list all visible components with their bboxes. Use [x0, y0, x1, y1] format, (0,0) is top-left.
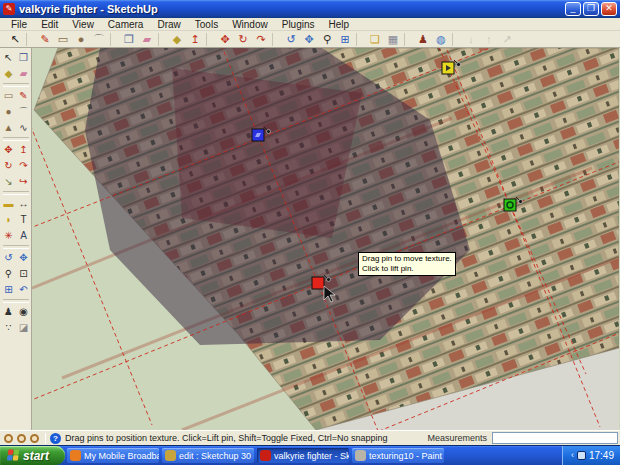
system-tray: ‹ 17:49 [562, 446, 620, 465]
move-tool-icon[interactable]: ✥ [216, 32, 234, 47]
measurements-label: Measurements [427, 433, 487, 443]
start-button[interactable]: start [0, 446, 65, 465]
network-icon[interactable] [577, 451, 586, 460]
toolbar-divider [3, 299, 29, 303]
measurements-input[interactable] [492, 432, 618, 444]
toolbar-divider [206, 33, 213, 46]
scale-tool-icon[interactable]: ↘ [1, 174, 16, 190]
push-pull-tool-icon[interactable]: ↥ [16, 142, 31, 158]
toolbar-divider [158, 33, 165, 46]
move-tool-icon[interactable]: ✥ [1, 142, 16, 158]
arc-tool-icon[interactable]: ⌒ [16, 104, 31, 120]
circle-tool-icon[interactable]: ● [1, 104, 16, 120]
zoom-tool-icon[interactable]: ⚲ [318, 32, 336, 47]
eraser-tool-icon[interactable]: ▰ [138, 32, 156, 47]
taskbar-task[interactable]: edit : Sketchup 30 m... [162, 448, 254, 463]
rotate-tool-icon[interactable]: ↻ [1, 158, 16, 174]
menu-window[interactable]: Window [225, 19, 275, 30]
make-component-tool-icon[interactable]: ❐ [16, 50, 31, 66]
menu-help[interactable]: Help [322, 19, 357, 30]
tooltip-line2: Click to lift pin. [362, 264, 452, 274]
pan-tool-icon[interactable]: ✥ [300, 32, 318, 47]
menu-draw[interactable]: Draw [150, 19, 187, 30]
taskbar-task[interactable]: valkyrie fighter - Sket... [257, 448, 349, 463]
sketchup-icon [260, 450, 271, 461]
orbit-tool-icon[interactable]: ↺ [282, 32, 300, 47]
dimension-tool-icon[interactable]: ↔ [16, 196, 31, 212]
toolbar-divider [3, 83, 29, 87]
freehand-tool-icon[interactable]: ∿ [16, 120, 31, 136]
close-button[interactable]: ✕ [601, 2, 617, 16]
status-bar: ? Drag pins to position texture. Click=L… [0, 430, 620, 445]
viewport-canvas[interactable] [32, 48, 619, 430]
position-camera-tool-icon[interactable]: ♟ [1, 304, 16, 320]
menu-edit[interactable]: Edit [34, 19, 65, 30]
orbit-tool-icon[interactable]: ↺ [1, 250, 16, 266]
taskbar-task[interactable]: My Mobile Broadband... [67, 448, 159, 463]
lift-pin-icon [519, 200, 523, 204]
text-tool-icon[interactable]: T [16, 212, 31, 228]
minimize-button[interactable]: _ [565, 2, 581, 16]
get-current-view-button-icon[interactable]: ❏ [366, 32, 384, 47]
select-tool-icon[interactable]: ↖ [6, 32, 24, 47]
model-viewport[interactable]: Drag pin to move texture. Click to lift … [32, 48, 620, 430]
menu-tools[interactable]: Tools [188, 19, 225, 30]
toolbar-divider [404, 33, 411, 46]
line-tool-icon[interactable]: ✎ [16, 88, 31, 104]
rotate-tool-icon[interactable]: ↻ [234, 32, 252, 47]
look-around-tool-icon[interactable]: ◉ [16, 304, 31, 320]
protractor-tool-icon[interactable]: ◗ [1, 212, 16, 228]
zoom-extents-tool-icon[interactable]: ⊞ [1, 282, 16, 298]
pan-tool-icon[interactable]: ✥ [16, 250, 31, 266]
polygon-tool-icon[interactable]: ▲ [1, 120, 16, 136]
status-message: Drag pins to position texture. Click=Lif… [65, 433, 419, 443]
paint-bucket-tool-icon[interactable]: ◆ [168, 32, 186, 47]
line-tool-icon[interactable]: ✎ [36, 32, 54, 47]
push-pull-tool-icon[interactable]: ↥ [186, 32, 204, 47]
tape-measure-tool-icon[interactable]: ▬ [1, 196, 16, 212]
menu-camera[interactable]: Camera [101, 19, 151, 30]
3d-text-tool-icon[interactable]: A [16, 228, 31, 244]
previous-view-tool-icon[interactable]: ↶ [16, 282, 31, 298]
walk-tool-icon[interactable]: ∵ [1, 320, 16, 336]
zoom-tool-icon[interactable]: ⚲ [1, 266, 16, 282]
menu-file[interactable]: File [4, 19, 34, 30]
title-bar[interactable]: ✎ valkyrie fighter - SketchUp _ ❐ ✕ [0, 0, 620, 18]
share-component-button-icon: ↗ [498, 32, 516, 47]
hide-icons-chevron[interactable]: ‹ [571, 451, 574, 460]
eraser-tool-icon[interactable]: ▰ [16, 66, 31, 82]
menu-view[interactable]: View [65, 19, 101, 30]
section-plane-tool-icon[interactable]: ◪ [16, 320, 31, 336]
select-tool-icon[interactable]: ↖ [1, 50, 16, 66]
status-icon-1[interactable] [4, 434, 13, 443]
start-label: start [23, 449, 49, 463]
toggle-terrain-button-icon[interactable]: ▦ [384, 32, 402, 47]
follow-me-tool-icon[interactable]: ↷ [252, 32, 270, 47]
sketchup-window: ✎ valkyrie fighter - SketchUp _ ❐ ✕ File… [0, 0, 620, 465]
arc-tool-icon[interactable]: ⌒ [90, 32, 108, 47]
firefox-icon [70, 450, 81, 461]
preview-google-earth-button-icon[interactable]: ◍ [432, 32, 450, 47]
task-label: valkyrie fighter - Sket... [274, 451, 349, 461]
taskbar-task[interactable]: texturing10 - Paint [352, 448, 444, 463]
status-icon-2[interactable] [17, 434, 26, 443]
zoom-extents-tool-icon[interactable]: ⊞ [336, 32, 354, 47]
help-icon[interactable]: ? [50, 433, 61, 444]
status-icon-3[interactable] [30, 434, 39, 443]
get-models-button-icon: ↓ [462, 32, 480, 47]
place-model-button-icon[interactable]: ♟ [414, 32, 432, 47]
axes-tool-icon[interactable]: ✳ [1, 228, 16, 244]
paint-bucket-tool-icon[interactable]: ◆ [1, 66, 16, 82]
make-component-tool-icon[interactable]: ❐ [120, 32, 138, 47]
left-toolbar: ↖❐◆▰▭✎●⌒▲∿✥↥↻↷↘↪▬↔◗T✳A↺✥⚲⊡⊞↶♟◉∵◪ [0, 48, 32, 430]
rectangle-tool-icon[interactable]: ▭ [1, 88, 16, 104]
menu-plugins[interactable]: Plugins [275, 19, 322, 30]
restore-button[interactable]: ❐ [583, 2, 599, 16]
rectangle-tool-icon[interactable]: ▭ [54, 32, 72, 47]
circle-tool-icon[interactable]: ● [72, 32, 90, 47]
offset-tool-icon[interactable]: ↪ [16, 174, 31, 190]
model-shadow-patch [172, 68, 362, 238]
task-label: My Mobile Broadband... [84, 451, 159, 461]
zoom-window-tool-icon[interactable]: ⊡ [16, 266, 31, 282]
follow-me-tool-icon[interactable]: ↷ [16, 158, 31, 174]
